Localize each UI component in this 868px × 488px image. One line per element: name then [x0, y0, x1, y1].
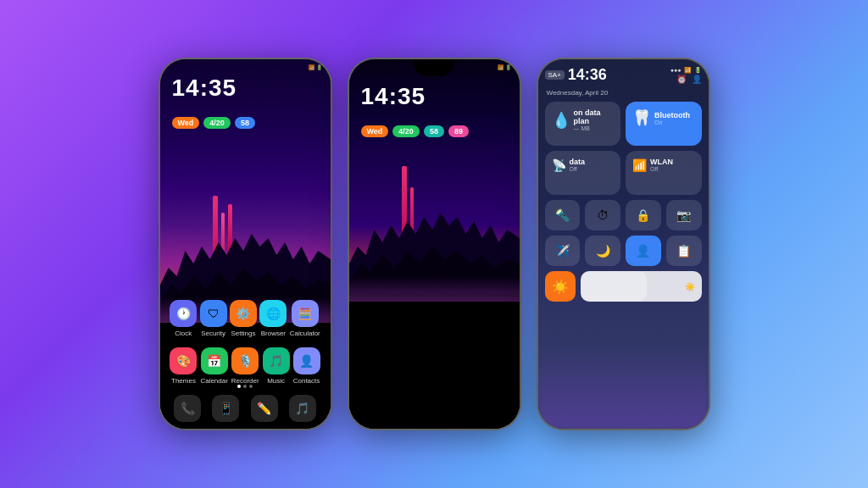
app-browser[interactable]: 🌐 Browser	[259, 300, 287, 337]
flashlight-btn[interactable]: 🔦	[545, 200, 581, 230]
cc-time: 14:36	[568, 66, 607, 84]
calculator-icon: 🧮	[292, 300, 319, 327]
moon-btn[interactable]: 🌙	[585, 236, 620, 266]
cc-date: Wednesday, April 20	[547, 89, 702, 97]
recorder-icon: 🎙️	[231, 347, 259, 374]
brightness-row: ☀️ ☀️	[545, 271, 702, 302]
data-title: data	[570, 158, 586, 166]
phone-1-tags: Wed 4/20 58	[172, 117, 255, 129]
bluetooth-title: Bluetooth	[654, 111, 690, 119]
app-row-1: 🕐 Clock 🛡 Security ⚙️ Settings 🌐 Browser…	[169, 300, 322, 337]
clock-icon: 🕐	[170, 300, 197, 327]
settings-label: Settings	[231, 330, 256, 337]
themes-icon: 🎨	[170, 347, 197, 374]
data-subtitle: Off	[570, 166, 586, 172]
signal-icon: 📶	[309, 64, 314, 70]
cc-battery: 🔋	[694, 67, 702, 74]
phone-2-status-icons: 📶 🔋	[498, 64, 511, 70]
calculator-label: Calculator	[290, 330, 320, 337]
app-row-2: 🎨 Themes 📅 Calendar 🎙️ Recorder 🎵 Music …	[169, 347, 322, 385]
phone-2-screen: 📶 🔋 14:35 Wed 4/20 58 89	[349, 59, 520, 429]
phone-2-tags: Wed 4/20 58 89	[361, 125, 469, 137]
timer-btn[interactable]: ⏱	[585, 200, 620, 230]
signal-icon-2: 📶	[498, 64, 504, 70]
wlan-icon: 📶	[632, 158, 647, 172]
cc-left-status: SA+ 14:36	[545, 66, 607, 84]
lock-btn[interactable]: 🔒	[626, 200, 661, 230]
fog-2	[349, 276, 520, 302]
data-plan-icon: 💧	[552, 111, 570, 130]
phone-2: 📶 🔋 14:35 Wed 4/20 58 89	[348, 58, 521, 430]
calendar-icon: 📅	[201, 347, 228, 374]
music-label: Music	[267, 377, 285, 385]
phone-2-time: 14:35	[361, 83, 426, 110]
user-btn[interactable]: 👤	[626, 236, 661, 266]
app-music[interactable]: 🎵 Music	[263, 347, 290, 385]
page-dots	[237, 385, 253, 388]
cc-top-tiles: 💧 on data plan — MB 🦷 Bluetooth On	[545, 102, 702, 146]
data-tile[interactable]: 📡 data Off	[545, 151, 621, 195]
app-clock[interactable]: 🕐 Clock	[170, 300, 197, 337]
browser-label: Browser	[261, 330, 286, 337]
tag-2-wed: Wed	[361, 125, 389, 137]
bluetooth-subtitle: On	[654, 119, 690, 125]
app-security[interactable]: 🛡 Security	[200, 300, 227, 337]
app-settings[interactable]: ⚙️ Settings	[230, 300, 257, 337]
contacts-icon: 👤	[293, 347, 320, 374]
dock-phone[interactable]: 📞	[174, 395, 201, 422]
wlan-content: 📶 WLAN Off	[632, 158, 695, 172]
bluetooth-text: Bluetooth On	[654, 111, 690, 125]
themes-label: Themes	[171, 377, 196, 385]
phone-1: 📶 🔋 14:35 Wed 4/20 58 🕐 Clock 🛡 Security	[159, 58, 332, 430]
app-calculator[interactable]: 🧮 Calculator	[290, 300, 320, 337]
app-recorder[interactable]: 🎙️ Recorder	[231, 347, 259, 385]
data-text: data Off	[570, 158, 586, 172]
screenshot-btn[interactable]: 📷	[666, 200, 702, 230]
bluetooth-tile[interactable]: 🦷 Bluetooth On	[626, 102, 702, 146]
contacts-label: Contacts	[293, 377, 320, 385]
cc-icon-row-2: ✈️ 🌙 👤 📋	[545, 236, 702, 266]
browser-icon: 🌐	[259, 300, 287, 327]
clipboard-btn[interactable]: 📋	[666, 236, 702, 266]
tag-2-date: 4/20	[392, 125, 420, 137]
music-icon: 🎵	[263, 347, 290, 374]
app-grid: 🕐 Clock 🛡 Security ⚙️ Settings 🌐 Browser…	[169, 300, 322, 395]
wlan-title: WLAN	[650, 158, 673, 166]
data-plan-title: on data plan	[574, 108, 615, 125]
app-dock: 📞 📱 ✏️ 🎵	[169, 395, 322, 422]
cc-signal: ●●●	[670, 67, 682, 73]
app-calendar[interactable]: 📅 Calendar	[200, 347, 227, 385]
data-plan-tile[interactable]: 💧 on data plan — MB	[545, 102, 621, 146]
tag-2-num2: 89	[448, 125, 469, 137]
cc-second-tiles: 📡 data Off 📶 WLAN Off	[545, 151, 702, 195]
data-plan-subtitle: — MB	[574, 125, 615, 131]
brightness-low-btn[interactable]: ☀️	[545, 271, 576, 302]
dock-notes[interactable]: ✏️	[251, 395, 278, 422]
app-contacts[interactable]: 👤 Contacts	[293, 347, 320, 385]
wlan-tile[interactable]: 📶 WLAN Off	[626, 151, 702, 195]
cc-right-status: ●●● 📶 🔋 ⏰ 👤	[670, 67, 702, 84]
app-themes[interactable]: 🎨 Themes	[170, 347, 197, 385]
alarm-icon[interactable]: ⏰	[676, 75, 687, 84]
tag-num: 58	[235, 117, 255, 129]
security-icon: 🛡	[200, 300, 227, 327]
dock-app2[interactable]: 📱	[212, 395, 239, 422]
brightness-fill	[581, 271, 648, 302]
cc-status-icons: ●●● 📶 🔋	[670, 67, 702, 74]
bluetooth-icon: 🦷	[632, 108, 651, 127]
user-icon-top[interactable]: 👤	[692, 75, 702, 84]
sa-badge: SA+	[545, 70, 565, 80]
phone-1-time: 14:35	[172, 75, 237, 102]
dot-1	[237, 385, 241, 388]
data-content: 📡 data Off	[552, 158, 615, 172]
recorder-label: Recorder	[231, 377, 259, 385]
dock-music[interactable]: 🎵	[289, 395, 316, 422]
bluetooth-content: 🦷 Bluetooth On	[632, 108, 695, 127]
calendar-label: Calendar	[200, 377, 227, 385]
brightness-slider[interactable]: ☀️	[581, 271, 702, 302]
data-plan-content: 💧 on data plan — MB	[552, 108, 615, 131]
airplane-btn[interactable]: ✈️	[545, 236, 581, 266]
cc-icon-row-1: 🔦 ⏱ 🔒 📷	[545, 200, 702, 230]
phone-3: SA+ 14:36 ●●● 📶 🔋 ⏰ 👤 Wednesday, April 2…	[537, 58, 710, 430]
phone-3-screen: SA+ 14:36 ●●● 📶 🔋 ⏰ 👤 Wednesday, April 2…	[538, 59, 709, 429]
